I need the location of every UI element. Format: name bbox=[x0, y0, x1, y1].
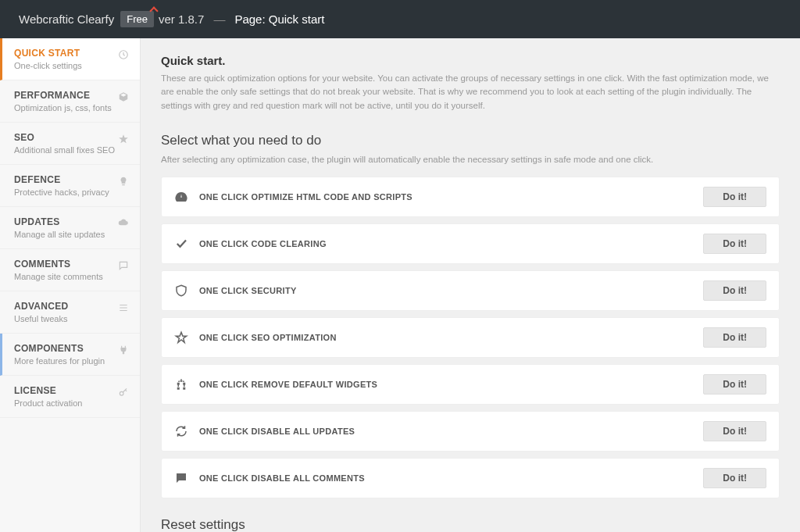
option-label: ONE CLICK REMOVE DEFAULT WIDGETS bbox=[199, 380, 703, 389]
nav-subtitle: More features for plugin bbox=[14, 356, 127, 366]
reset-section-title: Reset settings bbox=[161, 517, 780, 532]
comment-icon bbox=[118, 260, 129, 271]
app-header: Webcraftic Clearfy Free ver 1.8.7 — Page… bbox=[0, 0, 800, 38]
option-label: ONE CLICK SEO OPTIMIZATION bbox=[199, 333, 703, 342]
do-it-button[interactable]: Do it! bbox=[703, 234, 766, 254]
do-it-button[interactable]: Do it! bbox=[703, 421, 766, 441]
clock-icon bbox=[118, 49, 129, 60]
sidebar-item-defence[interactable]: DEFENCEProtective hacks, privacy bbox=[0, 165, 140, 207]
option-row: ONE CLICK SECURITYDo it! bbox=[161, 270, 780, 311]
nav-title: UPDATES bbox=[14, 216, 127, 227]
page-description: These are quick optimization options for… bbox=[161, 72, 780, 112]
sidebar-item-updates[interactable]: UPDATESManage all site updates bbox=[0, 207, 140, 249]
sidebar-item-comments[interactable]: COMMENTSManage site comments bbox=[0, 249, 140, 291]
option-row: ONE CLICK SEO OPTIMIZATIONDo it! bbox=[161, 317, 780, 358]
nav-subtitle: Product activation bbox=[14, 398, 127, 408]
cloud-icon bbox=[118, 218, 129, 229]
nav-subtitle: Manage all site updates bbox=[14, 230, 127, 239]
bars-icon bbox=[118, 302, 129, 313]
nav-title: COMMENTS bbox=[14, 259, 127, 270]
sidebar-item-seo[interactable]: SEOAdditional small fixes SEO bbox=[0, 123, 140, 165]
staro-icon bbox=[174, 330, 188, 345]
select-section-title: Select what you need to do bbox=[161, 133, 780, 148]
select-section-desc: After selecting any optimization case, t… bbox=[161, 155, 780, 164]
nav-title: SEO bbox=[14, 132, 127, 143]
dash: — bbox=[213, 12, 225, 26]
refresh-icon bbox=[174, 424, 188, 438]
page-breadcrumb: Page: Quick start bbox=[234, 12, 324, 26]
option-label: ONE CLICK OPTIMIZE HTML CODE AND SCRIPTS bbox=[199, 192, 703, 202]
option-label: ONE CLICK SECURITY bbox=[199, 286, 703, 295]
bulb-icon bbox=[118, 176, 129, 187]
page-title: Quick start. bbox=[161, 54, 780, 67]
sidebar-item-performance[interactable]: PERFORMANCEOptimization js, css, fonts bbox=[0, 80, 140, 123]
nav-subtitle: Protective hacks, privacy bbox=[14, 187, 127, 197]
nav-title: LICENSE bbox=[14, 385, 127, 396]
option-row: ONE CLICK DISABLE ALL UPDATESDo it! bbox=[161, 411, 780, 452]
option-row: ONE CLICK CODE CLEARINGDo it! bbox=[161, 223, 780, 264]
nav-title: ADVANCED bbox=[14, 301, 127, 312]
nav-title: COMPONENTS bbox=[14, 343, 127, 354]
key-icon bbox=[118, 387, 129, 398]
nav-subtitle: Optimization js, css, fonts bbox=[14, 103, 127, 112]
option-row: ONE CLICK REMOVE DEFAULT WIDGETSDo it! bbox=[161, 364, 780, 405]
cube-icon bbox=[118, 91, 129, 102]
plug-icon bbox=[118, 345, 129, 355]
option-row: ONE CLICK DISABLE ALL COMMENTSDo it! bbox=[161, 458, 780, 498]
sidebar-item-components[interactable]: COMPONENTSMore features for plugin bbox=[0, 334, 140, 376]
nav-title: DEFENCE bbox=[14, 174, 127, 185]
main-content: Quick start. These are quick optimizatio… bbox=[141, 38, 800, 532]
do-it-button[interactable]: Do it! bbox=[703, 468, 766, 488]
do-it-button[interactable]: Do it! bbox=[703, 280, 766, 301]
shield-icon bbox=[174, 284, 188, 298]
option-label: ONE CLICK DISABLE ALL UPDATES bbox=[199, 427, 703, 436]
chat-icon bbox=[174, 471, 188, 485]
plan-badge: Free bbox=[120, 11, 154, 27]
option-label: ONE CLICK DISABLE ALL COMMENTS bbox=[199, 473, 703, 483]
gauge-icon bbox=[174, 190, 188, 204]
do-it-button[interactable]: Do it! bbox=[703, 374, 766, 395]
do-it-button[interactable]: Do it! bbox=[703, 187, 766, 207]
check-icon bbox=[174, 237, 188, 251]
sidebar: QUICK STARTOne-click settingsPERFORMANCE… bbox=[0, 38, 141, 532]
nav-subtitle: One-click settings bbox=[14, 61, 127, 70]
option-row: ONE CLICK OPTIMIZE HTML CODE AND SCRIPTS… bbox=[161, 177, 780, 217]
nav-title: QUICK START bbox=[14, 48, 127, 59]
star-icon bbox=[118, 134, 129, 145]
nav-title: PERFORMANCE bbox=[14, 90, 127, 101]
sidebar-item-advanced[interactable]: ADVANCEDUseful tweaks bbox=[0, 291, 140, 334]
nav-subtitle: Useful tweaks bbox=[14, 314, 127, 323]
brand-name: Webcraftic Clearfy bbox=[19, 12, 114, 26]
nav-subtitle: Additional small fixes SEO bbox=[14, 145, 127, 155]
sidebar-item-quick-start[interactable]: QUICK STARTOne-click settings bbox=[0, 38, 140, 80]
svg-point-1 bbox=[120, 391, 123, 395]
do-it-button[interactable]: Do it! bbox=[703, 327, 766, 348]
option-label: ONE CLICK CODE CLEARING bbox=[199, 239, 703, 248]
tree-icon bbox=[174, 377, 188, 391]
version-text: ver 1.8.7 bbox=[159, 12, 204, 26]
sidebar-item-license[interactable]: LICENSEProduct activation bbox=[0, 376, 140, 418]
nav-subtitle: Manage site comments bbox=[14, 272, 127, 281]
